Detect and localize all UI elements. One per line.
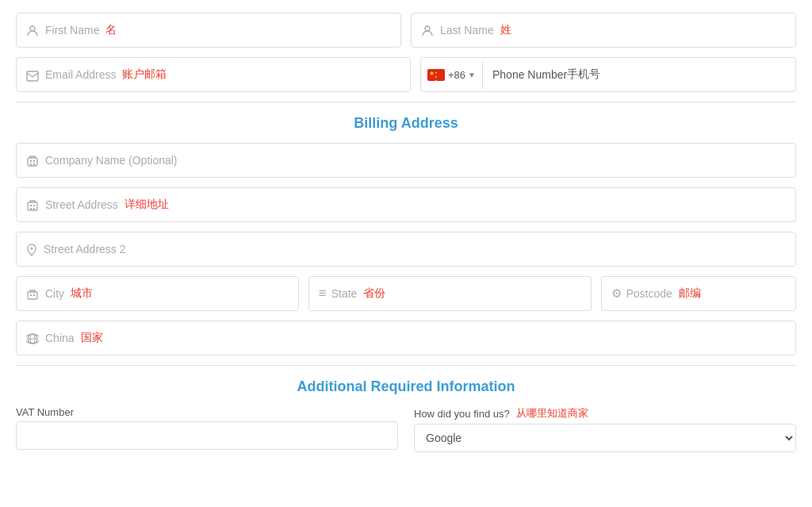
svg-rect-8 [28,202,37,210]
postcode-icon: ⚙ [611,286,622,301]
svg-point-0 [30,26,35,31]
country-chinese: 国家 [81,331,103,345]
svg-rect-11 [30,208,32,209]
state-icon: ≡ [319,286,327,302]
postcode-chinese: 邮编 [679,286,701,301]
china-flag: ★★★★ [427,69,445,81]
svg-rect-15 [30,294,32,296]
svg-rect-14 [28,292,37,299]
vat-how-row: VAT Number How did you find us? 从哪里知道商家 … [16,406,796,452]
country-value: China [45,332,75,344]
person-icon-2 [421,23,434,37]
additional-divider [16,365,796,366]
svg-rect-3 [28,158,37,166]
svg-rect-16 [33,294,35,296]
last-name-chinese: 姓 [500,23,511,37]
svg-point-1 [425,26,430,31]
email-chinese: 账户邮箱 [122,67,167,82]
country-field[interactable]: China 国家 [16,321,796,355]
svg-rect-2 [27,71,38,81]
street-icon [26,198,39,212]
svg-rect-12 [33,208,35,209]
how-select[interactable]: Google Facebook Twitter Other [414,424,796,452]
city-chinese: 城市 [71,286,93,301]
vat-input[interactable] [16,421,398,450]
name-row: First Name 名 Last Name 姓 [16,13,796,48]
how-label: How did you find us? 从哪里知道商家 [414,406,796,421]
contact-row: Email Address 账户邮箱 ★★★★ +86 ▼ Phone Numb… [16,57,796,92]
street1-field[interactable]: Street Address 详细地址 [16,187,796,222]
phone-dropdown-arrow: ▼ [468,71,476,79]
globe-icon [26,331,39,345]
country-code-selector[interactable]: ★★★★ +86 ▼ [421,61,483,89]
city-field[interactable]: City 城市 [16,276,299,311]
billing-divider [16,102,796,102]
phone-field[interactable]: ★★★★ +86 ▼ Phone Number 手机号 [420,57,796,92]
first-name-chinese: 名 [105,23,117,37]
street2-field[interactable]: Street Address 2 [16,232,796,267]
company-placeholder: Company Name (Optional) [45,154,178,167]
city-icon [26,286,39,301]
svg-rect-6 [30,163,32,165]
svg-rect-9 [30,205,32,206]
phone-number-part: Phone Number 手机号 [483,60,795,90]
last-name-field[interactable]: Last Name 姓 [411,13,796,48]
company-field[interactable]: Company Name (Optional) [16,143,796,178]
street1-chinese: 详细地址 [124,198,169,212]
vat-label: VAT Number [16,406,398,418]
street2-row: Street Address 2 [16,232,796,267]
svg-rect-7 [33,163,35,165]
svg-rect-10 [33,205,35,206]
email-field[interactable]: Email Address 账户邮箱 [16,57,411,92]
country-row: China 国家 [16,321,796,355]
phone-chinese: 手机号 [567,67,600,82]
postcode-placeholder: Postcode [626,287,672,300]
vat-wrap: VAT Number [16,406,398,452]
first-name-field[interactable]: First Name 名 [16,13,401,48]
postcode-field[interactable]: ⚙ Postcode 邮编 [601,276,797,311]
street1-row: Street Address 详细地址 [16,187,796,222]
state-field[interactable]: ≡ State 省份 [308,276,592,311]
how-label-text: How did you find us? [414,408,510,420]
company-icon [26,153,39,167]
street1-placeholder: Street Address [45,198,118,211]
first-name-placeholder: First Name [45,24,99,36]
last-name-placeholder: Last Name [440,24,494,36]
email-icon [26,67,39,81]
svg-point-13 [31,248,33,250]
how-chinese: 从哪里知道商家 [516,406,588,421]
phone-placeholder: Phone Number [492,68,567,81]
person-icon [26,23,39,37]
city-placeholder: City [45,287,64,300]
location-icon [26,242,37,256]
additional-section-title: Additional Required Information [16,378,796,395]
how-wrap: How did you find us? 从哪里知道商家 Google Face… [414,406,796,452]
state-placeholder: State [331,287,358,300]
svg-rect-4 [30,160,32,162]
state-chinese: 省份 [363,286,385,301]
billing-section-title: Billing Address [16,115,796,132]
company-row: Company Name (Optional) [16,143,796,178]
city-state-postcode-row: City 城市 ≡ State 省份 ⚙ Postcode 邮编 [16,276,796,311]
email-placeholder: Email Address [45,68,116,81]
street2-placeholder: Street Address 2 [44,243,126,255]
svg-rect-5 [33,160,35,162]
phone-code: +86 [448,69,465,81]
